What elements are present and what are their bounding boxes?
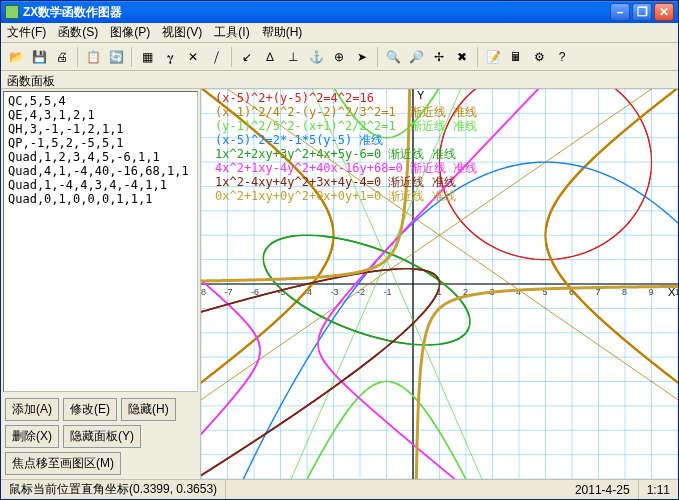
open-icon[interactable]: 📂 [5, 46, 27, 68]
tool-split-icon[interactable]: ⊥ [282, 46, 304, 68]
add-button[interactable]: 添加(A) [5, 398, 59, 421]
svg-text:9: 9 [649, 287, 654, 297]
menu-func[interactable]: 函数(S) [58, 24, 98, 41]
list-item[interactable]: Quad,1,2,3,4,5,-6,1,1 [8, 150, 193, 164]
list-item[interactable]: Quad,4,1,-4,40,-16,68,1,1 [8, 164, 193, 178]
calc-icon[interactable]: 🖩 [505, 46, 527, 68]
svg-text:10: 10 [675, 287, 678, 297]
menu-image[interactable]: 图像(P) [110, 24, 150, 41]
focus-plot-button[interactable]: 焦点移至画图区(M) [5, 452, 121, 475]
zoom-in-icon[interactable]: 🔎 [405, 46, 427, 68]
delete-button[interactable]: 删除(X) [5, 425, 59, 448]
equation-overlay: (x-5)^2+(y-5)^2=4^2=16(x-1)^2/4^2-(y-2)^… [215, 91, 477, 203]
settings-icon[interactable]: ✖ [451, 46, 473, 68]
list-item[interactable]: Quad,0,1,0,0,0,1,1,1 [8, 192, 193, 206]
tool-x-icon[interactable]: ✕ [182, 46, 204, 68]
list-item[interactable]: QE,4,3,1,2,1 [8, 108, 193, 122]
status-time: 1:11 [639, 480, 678, 499]
hide-panel-button[interactable]: 隐藏面板(Y) [63, 425, 141, 448]
text-icon[interactable]: 📝 [482, 46, 504, 68]
copy-icon[interactable]: 📋 [82, 46, 104, 68]
tool-asym-icon[interactable]: ⧸ [205, 46, 227, 68]
grid-icon[interactable]: ▦ [136, 46, 158, 68]
list-item[interactable]: Quad,1,-4,4,3,4,-4,1,1 [8, 178, 193, 192]
tool-l-icon[interactable]: ↙ [236, 46, 258, 68]
function-list[interactable]: QC,5,5,4QE,4,3,1,2,1QH,3,-1,-1,2,1,1QP,-… [3, 91, 198, 392]
maximize-button[interactable]: ❐ [632, 3, 652, 21]
title-bar: ZX数学函数作图器 – ❐ ✕ [1, 1, 678, 23]
function-icon[interactable]: 🔄 [105, 46, 127, 68]
list-item[interactable]: QC,5,5,4 [8, 94, 193, 108]
status-coords: 鼠标当前位置直角坐标(0.3399, 0.3653) [1, 480, 226, 499]
hide-button[interactable]: 隐藏(H) [121, 398, 176, 421]
minimize-button[interactable]: – [610, 3, 630, 21]
help-icon[interactable]: ? [551, 46, 573, 68]
svg-text:-8: -8 [201, 287, 206, 297]
print-icon[interactable]: 🖨 [51, 46, 73, 68]
plot-area[interactable]: XY-8-7-6-5-4-3-2-112345678910 (x-5)^2+(y… [201, 89, 678, 479]
tool-arrow-icon[interactable]: ➤ [351, 46, 373, 68]
status-date: 2011-4-25 [567, 480, 639, 499]
process-icon[interactable]: ⚙ [528, 46, 550, 68]
menu-view[interactable]: 视图(V) [162, 24, 202, 41]
tool-ship-icon[interactable]: ⚓ [305, 46, 327, 68]
cross-icon[interactable]: ✢ [428, 46, 450, 68]
svg-text:-2: -2 [357, 287, 365, 297]
tool-a-icon[interactable]: ∆ [259, 46, 281, 68]
list-item[interactable]: QH,3,-1,-1,2,1,1 [8, 122, 193, 136]
svg-text:-7: -7 [225, 287, 233, 297]
svg-text:-3: -3 [331, 287, 339, 297]
app-icon [5, 5, 19, 19]
menu-bar: 文件(F) 函数(S) 图像(P) 视图(V) 工具(I) 帮助(H) [1, 23, 678, 43]
window-title: ZX数学函数作图器 [23, 4, 610, 21]
save-icon[interactable]: 💾 [28, 46, 50, 68]
svg-text:-1: -1 [384, 287, 392, 297]
zoom-out-icon[interactable]: 🔍 [382, 46, 404, 68]
tool-y-icon[interactable]: 𝛄 [159, 46, 181, 68]
close-button[interactable]: ✕ [654, 3, 674, 21]
status-bar: 鼠标当前位置直角坐标(0.3399, 0.3653) 2011-4-25 1:1… [1, 479, 678, 499]
menu-tools[interactable]: 工具(I) [214, 24, 249, 41]
tool-target-icon[interactable]: ⊕ [328, 46, 350, 68]
panel-header: 函数面板 [1, 71, 678, 89]
function-panel: QC,5,5,4QE,4,3,1,2,1QH,3,-1,-1,2,1,1QP,-… [1, 89, 201, 479]
menu-file[interactable]: 文件(F) [7, 24, 46, 41]
toolbar: 📂 💾 🖨 📋 🔄 ▦ 𝛄 ✕ ⧸ ↙ ∆ ⊥ ⚓ ⊕ ➤ 🔍 🔎 ✢ ✖ 📝 … [1, 43, 678, 71]
modify-button[interactable]: 修改(E) [63, 398, 117, 421]
list-item[interactable]: QP,-1,5,2,-5,5,1 [8, 136, 193, 150]
menu-help[interactable]: 帮助(H) [262, 24, 303, 41]
